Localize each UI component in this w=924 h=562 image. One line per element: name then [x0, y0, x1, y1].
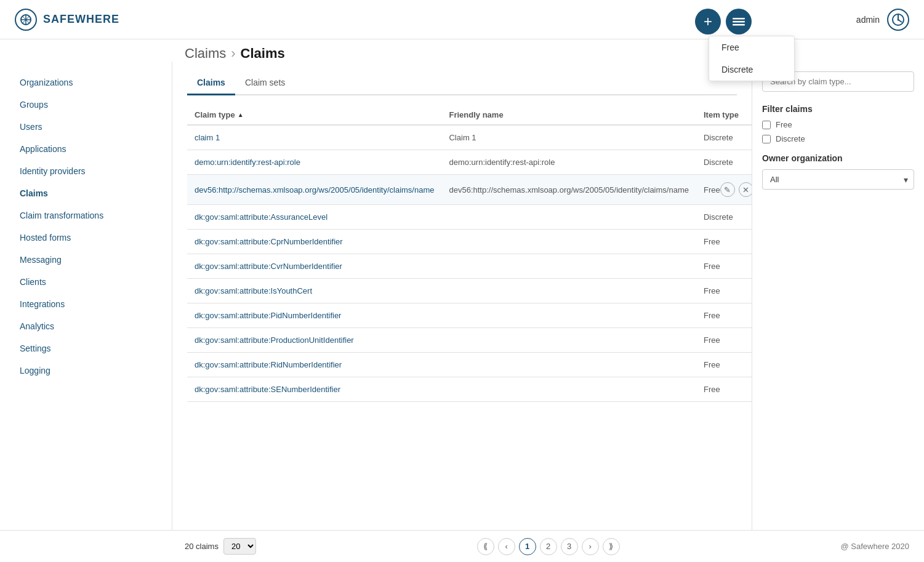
- sidebar-item-identity-providers[interactable]: Identity providers: [0, 160, 172, 182]
- claim-type-cell[interactable]: dev56:http://schemas.xmlsoap.org/ws/2005…: [187, 175, 441, 205]
- filter-discrete: Discrete: [762, 134, 914, 143]
- claim-type-cell[interactable]: dk:gov:saml:attribute:CprNumberIdentifie…: [187, 230, 441, 254]
- claims-table: Claim type ▲ Friendly name Item type cl: [187, 105, 752, 402]
- claim-type-cell[interactable]: dk:gov:saml:attribute:ProductionUnitIden…: [187, 328, 441, 353]
- table-row: demo:urn:identify:rest-api:roledemo:urn:…: [187, 150, 752, 175]
- item-type-cell: Free: [696, 303, 752, 328]
- menu-button[interactable]: [726, 9, 752, 34]
- pagination-page-3[interactable]: 3: [561, 538, 578, 555]
- friendly-name-cell: [441, 377, 696, 402]
- friendly-name-cell: Claim 1: [441, 125, 696, 150]
- right-panel: Filter claims Free Discrete Owner organi…: [752, 62, 924, 562]
- claim-type-cell[interactable]: dk:gov:saml:attribute:IsYouthCert: [187, 279, 441, 303]
- item-type-cell: Discrete: [696, 205, 752, 230]
- filter-free-checkbox[interactable]: [762, 121, 771, 129]
- claim-type-cell[interactable]: demo:urn:identify:rest-api:role: [187, 150, 441, 175]
- claim-type-cell[interactable]: dk:gov:saml:attribute:SENumberIdentifier: [187, 377, 441, 402]
- breadcrumb-parent: Claims: [185, 46, 226, 62]
- svg-rect-7: [733, 18, 745, 20]
- table-row: dev56:http://schemas.xmlsoap.org/ws/2005…: [187, 175, 752, 205]
- claim-type-cell[interactable]: dk:gov:saml:attribute:CvrNumberIdentifie…: [187, 254, 441, 279]
- filter-title: Filter claims: [762, 104, 914, 114]
- action-buttons: +: [695, 9, 752, 34]
- breadcrumb-separator: ›: [231, 46, 235, 62]
- claims-table-wrapper: Claim type ▲ Friendly name Item type cl: [187, 105, 737, 402]
- sidebar: Organizations Groups Users Applications …: [0, 62, 172, 562]
- sidebar-item-logging[interactable]: Logging: [0, 359, 172, 382]
- add-button[interactable]: +: [695, 9, 721, 34]
- friendly-name-cell: [441, 230, 696, 254]
- pagination-page-2[interactable]: 2: [540, 538, 557, 555]
- claim-type-cell[interactable]: dk:gov:saml:attribute:PidNumberIdentifie…: [187, 303, 441, 328]
- dropdown-discrete[interactable]: Discrete: [709, 58, 794, 81]
- row-actions: ✎✕: [720, 182, 752, 197]
- item-type-cell: Discrete: [696, 150, 752, 175]
- item-type-cell: Free✎✕: [696, 175, 752, 205]
- claim-type-cell[interactable]: dk:gov:saml:attribute:RidNumberIdentifie…: [187, 353, 441, 377]
- svg-point-6: [898, 18, 899, 20]
- col-friendly-name[interactable]: Friendly name: [441, 105, 696, 125]
- tab-claim-sets[interactable]: Claim sets: [235, 71, 295, 95]
- user-avatar-icon[interactable]: [887, 9, 909, 31]
- item-type-cell: Free: [696, 377, 752, 402]
- sidebar-nav: Organizations Groups Users Applications …: [0, 71, 172, 382]
- item-type-cell: Free: [696, 328, 752, 353]
- table-row: dk:gov:saml:attribute:ProductionUnitIden…: [187, 328, 752, 353]
- edit-row-button[interactable]: ✎: [720, 182, 735, 197]
- friendly-name-cell: [441, 328, 696, 353]
- footer: 20 claims 20 ⟪ ‹ 1 2 3 › ⟫ @ Safewhere 2…: [0, 530, 924, 562]
- friendly-name-cell: [441, 353, 696, 377]
- sidebar-item-messaging[interactable]: Messaging: [0, 249, 172, 271]
- item-type-cell: Free: [696, 230, 752, 254]
- sidebar-item-applications[interactable]: Applications: [0, 138, 172, 160]
- pagination-last[interactable]: ⟫: [603, 538, 620, 555]
- item-type-cell: Free: [696, 254, 752, 279]
- claim-type-cell[interactable]: claim 1: [187, 125, 441, 150]
- svg-rect-8: [733, 21, 745, 23]
- sidebar-item-claims[interactable]: Claims: [0, 182, 172, 204]
- col-claim-type[interactable]: Claim type ▲: [187, 105, 441, 125]
- sidebar-item-analytics[interactable]: Analytics: [0, 315, 172, 337]
- friendly-name-cell: dev56:http://schemas.xmlsoap.org/ws/2005…: [441, 175, 696, 205]
- dropdown-free[interactable]: Free: [709, 36, 794, 58]
- pagination-next[interactable]: ›: [582, 538, 599, 555]
- owner-title: Owner organization: [762, 153, 914, 163]
- owner-select[interactable]: All: [762, 169, 914, 190]
- pagination: ⟪ ‹ 1 2 3 › ⟫: [477, 538, 620, 555]
- sidebar-item-users[interactable]: Users: [0, 116, 172, 138]
- per-page-select[interactable]: 20: [223, 538, 256, 555]
- friendly-name-cell: demo:urn:identify:rest-api:role: [441, 150, 696, 175]
- logo-area: SAFEWHERE: [15, 9, 119, 31]
- pagination-first[interactable]: ⟪: [477, 538, 494, 555]
- col-item-type[interactable]: Item type: [696, 105, 752, 125]
- filter-free: Free: [762, 120, 914, 129]
- main-content: Claims Claim sets Claim type ▲ Frien: [172, 62, 752, 562]
- sidebar-item-claim-transformations[interactable]: Claim transformations: [0, 204, 172, 227]
- header-right: admin: [856, 9, 909, 31]
- friendly-name-cell: [441, 205, 696, 230]
- logo-icon: [15, 9, 37, 31]
- claim-type-cell[interactable]: dk:gov:saml:attribute:AssuranceLevel: [187, 205, 441, 230]
- delete-row-button[interactable]: ✕: [739, 182, 752, 197]
- table-row: claim 1Claim 1Discrete: [187, 125, 752, 150]
- sidebar-item-groups[interactable]: Groups: [0, 94, 172, 116]
- per-page-area: 20 claims 20: [185, 538, 256, 555]
- copyright: @ Safewhere 2020: [840, 542, 909, 551]
- sidebar-item-integrations[interactable]: Integrations: [0, 293, 172, 315]
- item-type-cell: Free: [696, 279, 752, 303]
- friendly-name-cell: [441, 303, 696, 328]
- pagination-page-1[interactable]: 1: [519, 538, 536, 555]
- tab-claims[interactable]: Claims: [187, 71, 235, 95]
- sidebar-item-organizations[interactable]: Organizations: [0, 71, 172, 94]
- tabs: Claims Claim sets: [187, 71, 737, 95]
- dropdown-menu: Free Discrete: [709, 36, 795, 81]
- header-user: admin: [856, 15, 880, 25]
- sidebar-item-clients[interactable]: Clients: [0, 271, 172, 293]
- table-row: dk:gov:saml:attribute:PidNumberIdentifie…: [187, 303, 752, 328]
- svg-rect-9: [733, 24, 745, 26]
- filter-discrete-checkbox[interactable]: [762, 135, 771, 143]
- sidebar-item-settings[interactable]: Settings: [0, 337, 172, 359]
- item-type-cell: Free: [696, 353, 752, 377]
- sidebar-item-hosted-forms[interactable]: Hosted forms: [0, 227, 172, 249]
- pagination-prev[interactable]: ‹: [498, 538, 515, 555]
